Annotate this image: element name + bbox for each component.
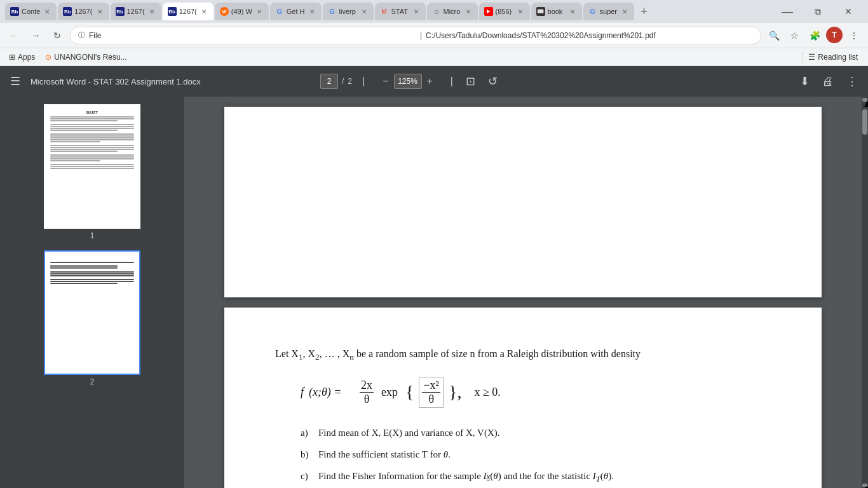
tab-7[interactable]: G liverp ✕ bbox=[323, 3, 374, 20]
scroll-down-arrow[interactable]: ▼ bbox=[862, 484, 867, 487]
right-scrollbar[interactable]: ▲ ▼ bbox=[862, 97, 868, 488]
address-separator: | bbox=[420, 31, 422, 40]
tab-6[interactable]: G Get H ✕ bbox=[270, 3, 322, 20]
inner-fraction: −x² θ bbox=[419, 377, 444, 408]
thumb1-line bbox=[50, 149, 134, 150]
pdf-zoom-in-button[interactable]: + bbox=[424, 74, 435, 88]
pdf-content: BIUST bbox=[0, 97, 868, 488]
pdf-print-button[interactable]: 🖨 bbox=[820, 72, 836, 91]
back-button[interactable]: ← bbox=[5, 27, 23, 44]
tab-2-close[interactable]: ✕ bbox=[95, 7, 104, 16]
menu-button[interactable]: ⋮ bbox=[845, 27, 863, 44]
pdf-thumbnail-2[interactable] bbox=[44, 250, 140, 375]
pdf-divider-1: | bbox=[362, 76, 365, 87]
tab-8[interactable]: M STAT ✕ bbox=[375, 3, 426, 20]
search-button[interactable]: 🔍 bbox=[765, 27, 783, 44]
pdf-menu-button[interactable]: ☰ bbox=[8, 72, 23, 91]
tab-5[interactable]: W (49) W ✕ bbox=[215, 3, 269, 20]
pdf-zoom-out-button[interactable]: − bbox=[380, 74, 391, 88]
tab-1[interactable]: Bb Conte ✕ bbox=[5, 3, 57, 20]
reading-list-button[interactable]: ☰ Reading list bbox=[795, 50, 863, 64]
extension-button[interactable]: 🧩 bbox=[806, 27, 824, 44]
thumb1-line bbox=[50, 156, 134, 158]
pdf-page-top-partial bbox=[224, 107, 822, 297]
address-bar[interactable]: ⓘ File | C:/Users/Tadulu/Downloads/STAT%… bbox=[70, 27, 761, 44]
tab-1-favicon: Bb bbox=[10, 7, 19, 16]
scrollbar-thumb[interactable] bbox=[862, 109, 867, 135]
tab-10[interactable]: ▶ (856) ✕ bbox=[479, 3, 530, 20]
close-button[interactable]: ✕ bbox=[834, 3, 863, 20]
tab-12-close[interactable]: ✕ bbox=[620, 7, 629, 16]
apps-bookmark[interactable]: ⊞ Apps bbox=[5, 51, 39, 63]
scroll-up-arrow[interactable]: ▲ bbox=[862, 98, 867, 102]
reading-list-icon: ☰ bbox=[808, 53, 815, 62]
pdf-page-2: Let X1, X2, … , Xn be a random sample of… bbox=[224, 308, 822, 488]
formula-args: (x;θ) = bbox=[309, 386, 341, 399]
pdf-rotate-button[interactable]: ↺ bbox=[485, 72, 500, 91]
tab-9[interactable]: ⊙ Micro ✕ bbox=[427, 3, 478, 20]
thumb2-line bbox=[50, 262, 134, 263]
tab-2[interactable]: Bb 1267( ✕ bbox=[58, 3, 109, 20]
reading-list-label: Reading list bbox=[818, 53, 858, 62]
pdf-page-separator: / bbox=[342, 77, 344, 86]
tab-7-favicon: G bbox=[328, 7, 337, 16]
tab-10-close[interactable]: ✕ bbox=[516, 7, 525, 16]
pdf-download-button[interactable]: ⬇ bbox=[797, 72, 812, 91]
apps-label: Apps bbox=[18, 53, 35, 62]
tab-4-close[interactable]: ✕ bbox=[200, 7, 208, 16]
browser-toolbar: ← → ↻ ⓘ File | C:/Users/Tadulu/Downloads… bbox=[0, 23, 868, 48]
tab-4[interactable]: Bb 1267( ✕ bbox=[163, 3, 214, 20]
unangoni-bookmark[interactable]: ⊙ UNANGONI's Resu... bbox=[41, 51, 130, 63]
thumb2-line bbox=[50, 273, 134, 274]
tab-8-close[interactable]: ✕ bbox=[412, 7, 421, 16]
formula-left: f bbox=[301, 386, 304, 399]
forward-button[interactable]: → bbox=[27, 27, 44, 44]
pdf-page-num-2: 2 bbox=[90, 377, 95, 386]
tab-5-close[interactable]: ✕ bbox=[255, 7, 264, 16]
exp-text: exp bbox=[381, 386, 398, 399]
thumb2-line bbox=[50, 271, 134, 273]
pdf-more-button[interactable]: ⋮ bbox=[844, 72, 860, 91]
forward-icon: → bbox=[31, 30, 40, 41]
tab-6-favicon: G bbox=[275, 7, 284, 16]
thumb1-line bbox=[50, 166, 134, 167]
pdf-thumbnail-1[interactable]: BIUST bbox=[44, 104, 140, 229]
tab-7-close[interactable]: ✕ bbox=[360, 7, 369, 16]
part-b-label: b) bbox=[301, 445, 313, 464]
thumb1-line bbox=[50, 135, 134, 137]
tab-12-favicon: G bbox=[588, 7, 597, 16]
tab-9-close[interactable]: ✕ bbox=[464, 7, 473, 16]
pdf-current-page[interactable]: 2 bbox=[320, 74, 338, 89]
pdf-thumb-container-1: BIUST bbox=[44, 104, 140, 240]
inner-fraction-denominator: θ bbox=[427, 393, 435, 406]
tab-8-label: STAT bbox=[391, 8, 409, 15]
refresh-button[interactable]: ↻ bbox=[48, 27, 66, 44]
pdf-toolbar: ☰ Microsoft Word - STAT 302 Assignment 1… bbox=[0, 66, 868, 97]
tab-3-favicon: Bb bbox=[116, 7, 125, 16]
tab-1-close[interactable]: ✕ bbox=[43, 7, 51, 16]
restore-button[interactable]: ⧉ bbox=[803, 3, 832, 20]
tab-11-close[interactable]: ✕ bbox=[568, 7, 577, 16]
profile-button[interactable]: T bbox=[826, 27, 843, 43]
tab-3-close[interactable]: ✕ bbox=[147, 7, 156, 16]
new-tab-button[interactable]: + bbox=[635, 3, 653, 20]
thumb1-line bbox=[50, 164, 134, 165]
thumb2-line bbox=[50, 275, 134, 276]
unangoni-favicon: ⊙ bbox=[45, 53, 51, 62]
part-b-text: Find the sufficient statistic T for θ. bbox=[318, 445, 451, 464]
tab-12-label: super bbox=[600, 8, 618, 15]
pdf-page-area[interactable]: Let X1, X2, … , Xn be a random sample of… bbox=[184, 97, 862, 488]
pdf-fit-page-button[interactable]: ⊡ bbox=[463, 72, 478, 91]
tab-12[interactable]: G super ✕ bbox=[583, 3, 634, 20]
tab-3-label: 1267( bbox=[127, 8, 145, 15]
tab-11[interactable]: 📖 book ✕ bbox=[531, 3, 582, 20]
tab-3[interactable]: Bb 1267( ✕ bbox=[111, 3, 161, 20]
pdf-page-num-1: 1 bbox=[90, 231, 95, 240]
tab-9-label: Micro bbox=[444, 8, 461, 15]
minimize-button[interactable]: — bbox=[773, 3, 802, 20]
tab-6-close[interactable]: ✕ bbox=[308, 7, 316, 16]
pdf-zoom-level[interactable]: 125% bbox=[394, 74, 422, 89]
tab-9-favicon: ⊙ bbox=[432, 7, 441, 16]
star-button[interactable]: ☆ bbox=[785, 27, 803, 44]
address-protocol: File bbox=[89, 31, 416, 40]
